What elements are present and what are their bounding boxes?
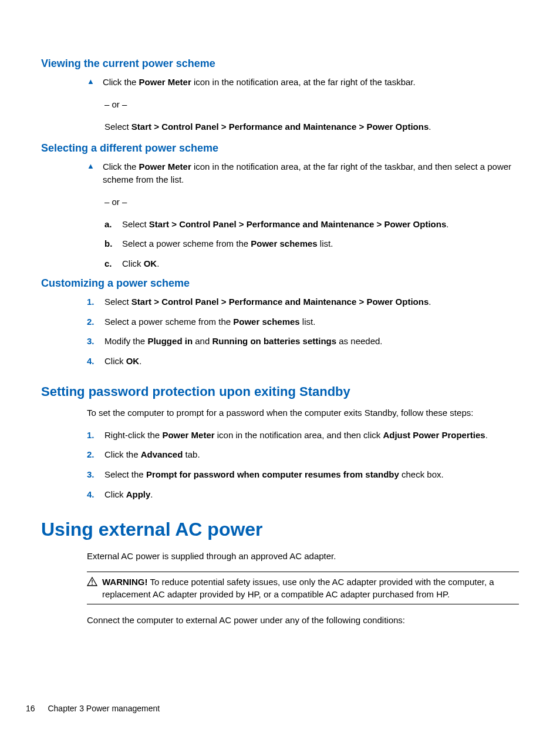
triangle-icon: ▲ bbox=[87, 162, 95, 170]
instruction-text: Click the Power Meter icon in the notifi… bbox=[103, 160, 519, 186]
warning-label: WARNING! bbox=[102, 577, 148, 587]
substep-text: Select Start > Control Panel > Performan… bbox=[122, 218, 519, 231]
substep-a: a. Select Start > Control Panel > Perfor… bbox=[104, 218, 519, 231]
instruction-bullet: ▲ Click the Power Meter icon in the noti… bbox=[87, 160, 519, 186]
step-text: Click the Advanced tab. bbox=[104, 448, 519, 461]
intro-text: External AC power is supplied through an… bbox=[87, 550, 519, 563]
step-text: Click OK. bbox=[104, 355, 519, 368]
step-text: Select a power scheme from the Power sch… bbox=[104, 315, 519, 328]
substep-c: c. Click OK. bbox=[104, 257, 519, 270]
step-number: 1. bbox=[87, 295, 104, 308]
substep-text: Click OK. bbox=[122, 257, 519, 270]
chapter-label: Chapter 3 Power management bbox=[48, 704, 160, 713]
step-number: 3. bbox=[87, 468, 104, 481]
svg-point-2 bbox=[92, 584, 93, 585]
heading-using-external-ac-power: Using external AC power bbox=[41, 519, 519, 540]
step-2: 2. Select a power scheme from the Power … bbox=[87, 315, 519, 328]
instruction-bullet: ▲ Click the Power Meter icon in the noti… bbox=[87, 76, 519, 89]
step-number: 3. bbox=[87, 335, 104, 348]
warning-callout: WARNING! To reduce potential safety issu… bbox=[87, 572, 519, 604]
step-1: 1. Select Start > Control Panel > Perfor… bbox=[87, 295, 519, 308]
step-1: 1. Right-click the Power Meter icon in t… bbox=[87, 429, 519, 442]
substep-label: b. bbox=[104, 237, 122, 250]
intro-text: To set the computer to prompt for a pass… bbox=[87, 406, 519, 419]
step-number: 2. bbox=[87, 448, 104, 461]
instruction-text: Click the Power Meter icon in the notifi… bbox=[103, 76, 519, 89]
page-number: 16 bbox=[26, 704, 35, 713]
page-footer: 16 Chapter 3 Power management bbox=[26, 704, 160, 713]
step-text: Click Apply. bbox=[104, 488, 519, 501]
step-4: 4. Click Apply. bbox=[87, 488, 519, 501]
substep-label: c. bbox=[104, 257, 122, 270]
warning-content: WARNING! To reduce potential safety issu… bbox=[102, 576, 519, 600]
heading-setting-password-protection: Setting password protection upon exiting… bbox=[41, 384, 519, 399]
body-text: Connect the computer to external AC powe… bbox=[87, 614, 519, 627]
step-text: Right-click the Power Meter icon in the … bbox=[104, 429, 519, 442]
or-separator: – or – bbox=[104, 98, 519, 111]
step-2: 2. Click the Advanced tab. bbox=[87, 448, 519, 461]
step-text: Select Start > Control Panel > Performan… bbox=[104, 295, 519, 308]
or-separator: – or – bbox=[104, 196, 519, 209]
warning-icon bbox=[87, 576, 97, 590]
substep-text: Select a power scheme from the Power sch… bbox=[122, 237, 519, 250]
heading-viewing-current-power-scheme: Viewing the current power scheme bbox=[41, 58, 519, 70]
step-text: Select the Prompt for password when comp… bbox=[104, 468, 519, 481]
step-3: 3. Select the Prompt for password when c… bbox=[87, 468, 519, 481]
document-page: Viewing the current power scheme ▲ Click… bbox=[0, 0, 560, 746]
heading-selecting-different-power-scheme: Selecting a different power scheme bbox=[41, 142, 519, 154]
step-text: Modify the Plugged in and Running on bat… bbox=[104, 335, 519, 348]
step-number: 4. bbox=[87, 355, 104, 368]
triangle-icon: ▲ bbox=[87, 77, 95, 86]
step-number: 2. bbox=[87, 315, 104, 328]
warning-text: To reduce potential safety issues, use o… bbox=[102, 577, 494, 599]
substep-b: b. Select a power scheme from the Power … bbox=[104, 237, 519, 250]
heading-customizing-power-scheme: Customizing a power scheme bbox=[41, 277, 519, 290]
step-number: 1. bbox=[87, 429, 104, 442]
instruction-text: Select Start > Control Panel > Performan… bbox=[104, 120, 519, 133]
substep-label: a. bbox=[104, 218, 122, 231]
step-4: 4. Click OK. bbox=[87, 355, 519, 368]
step-number: 4. bbox=[87, 488, 104, 501]
step-3: 3. Modify the Plugged in and Running on … bbox=[87, 335, 519, 348]
